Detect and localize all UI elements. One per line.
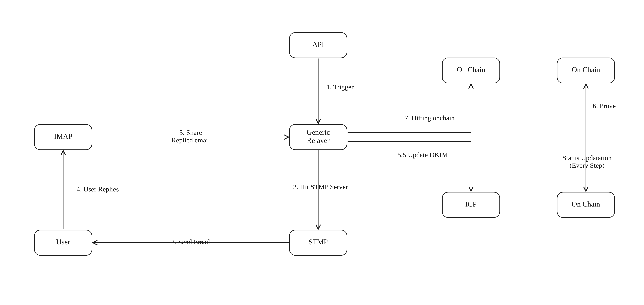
edge-label-dkim: 5.5 Update DKIM bbox=[398, 151, 448, 159]
node-label: Relayer bbox=[307, 136, 330, 144]
edge-label-share: Replied email bbox=[172, 136, 210, 144]
edge-hitonchain bbox=[348, 84, 471, 132]
node-api: API bbox=[290, 32, 347, 58]
edge-label-hitStmp: 2. Hit STMP Server bbox=[293, 183, 348, 191]
edge-label-hitOnchain: 7. Hitting onchain bbox=[405, 114, 455, 122]
edge-label-userReply: 4. User Replies bbox=[76, 185, 119, 193]
node-label: Generic bbox=[306, 128, 330, 136]
edge-label-status: Status Updatation bbox=[562, 154, 612, 162]
node-label: ICP bbox=[465, 200, 477, 208]
node-onchain7: On Chain bbox=[442, 58, 500, 83]
node-onchainS: On Chain bbox=[557, 192, 615, 218]
node-relayer: GenericRelayer bbox=[290, 124, 347, 150]
architecture-diagram: APIGenericRelayerSTMPUserIMAPOn ChainICP… bbox=[0, 0, 644, 305]
node-stmp: STMP bbox=[290, 230, 347, 255]
node-imap: IMAP bbox=[34, 124, 92, 150]
edge-label-status: (Every Step) bbox=[570, 161, 604, 169]
node-label: On Chain bbox=[572, 65, 600, 74]
node-label: On Chain bbox=[457, 65, 485, 74]
node-label: API bbox=[312, 40, 324, 48]
edge-label-prove: 6. Prove bbox=[593, 102, 616, 110]
edge-dkim bbox=[348, 142, 471, 191]
node-label: On Chain bbox=[572, 200, 600, 208]
node-onchain6: On Chain bbox=[557, 58, 615, 83]
node-label: User bbox=[56, 238, 70, 246]
node-label: IMAP bbox=[54, 132, 72, 140]
edge-label-share: 5. Share bbox=[180, 129, 202, 136]
edge-label-trigger: 1. Trigger bbox=[326, 83, 354, 91]
node-user: User bbox=[34, 230, 92, 255]
node-label: STMP bbox=[308, 238, 328, 246]
edge-label-sendEmail: 3. Send Email bbox=[171, 238, 210, 246]
node-icp: ICP bbox=[442, 192, 500, 218]
